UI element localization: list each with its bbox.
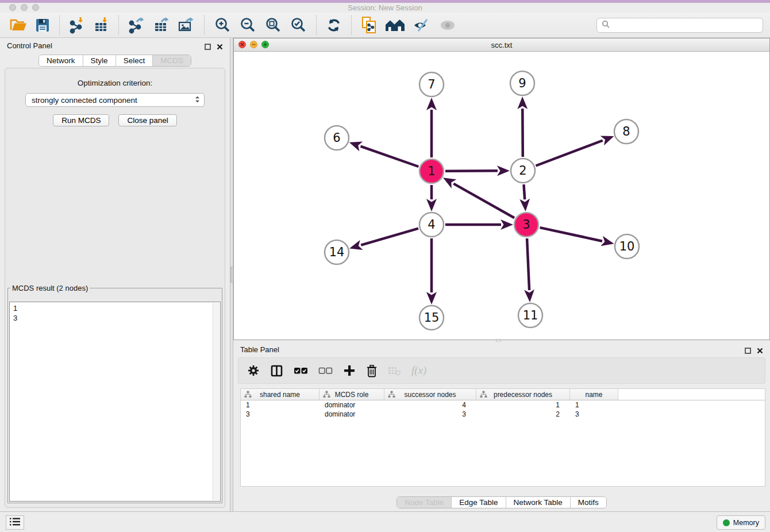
control-panel-tabs: NetworkStyleSelectMCDS	[38, 55, 191, 67]
column-header-shared-name[interactable]: shared name	[241, 389, 319, 400]
svg-text:2: 2	[519, 164, 526, 178]
task-history-button[interactable]	[6, 515, 24, 530]
apply-layout-icon[interactable]	[326, 17, 342, 33]
tab-node-table[interactable]: Node Table	[397, 497, 452, 508]
table-panel: Table Panel f(x) shared nameMCDS rolesuc…	[233, 342, 770, 511]
import-table-icon[interactable]	[93, 17, 109, 34]
graph-edge-1-2[interactable]	[445, 171, 498, 171]
deselect-all-icon[interactable]	[318, 366, 333, 376]
close-table-panel-icon[interactable]	[757, 346, 763, 356]
open-session-icon[interactable]	[10, 17, 27, 33]
graph-node-1[interactable]: 1	[419, 159, 444, 183]
close-window-button[interactable]	[9, 4, 16, 11]
column-header-predecessor-nodes[interactable]: predecessor nodes	[476, 389, 570, 400]
graph-node-8[interactable]: 8	[614, 119, 638, 144]
graph-node-9[interactable]: 9	[510, 71, 534, 95]
run-mcds-button[interactable]: Run MCDS	[53, 114, 109, 126]
graph-node-6[interactable]: 6	[325, 126, 349, 150]
column-header-name[interactable]: name	[570, 389, 618, 400]
graph-edge-4-14[interactable]	[361, 229, 418, 245]
add-row-icon[interactable]	[343, 364, 356, 377]
delete-row-icon[interactable]	[366, 364, 378, 377]
close-panel-icon[interactable]	[217, 42, 223, 52]
table-row[interactable]: 1dominator411	[241, 400, 765, 410]
toolbar-separator	[118, 16, 119, 35]
search-input[interactable]	[613, 20, 758, 30]
hide-details-icon[interactable]	[413, 18, 431, 33]
tab-mcds[interactable]: MCDS	[153, 55, 191, 66]
tab-style[interactable]: Style	[83, 55, 116, 66]
graph-edge-2-9[interactable]	[522, 109, 523, 157]
zoom-selected-icon[interactable]	[290, 17, 307, 34]
home-icon[interactable]	[385, 18, 405, 32]
search-box[interactable]	[596, 18, 763, 33]
graph-node-11[interactable]: 11	[518, 303, 542, 327]
settings-gear-icon[interactable]	[247, 364, 260, 377]
export-table-icon[interactable]	[153, 17, 170, 34]
select-all-icon[interactable]	[294, 366, 308, 376]
minimize-window-button[interactable]	[21, 4, 28, 11]
tab-select[interactable]: Select	[116, 55, 153, 66]
table-cell[interactable]: dominator	[319, 401, 384, 409]
close-panel-button[interactable]: Close panel	[118, 114, 176, 126]
criterion-dropdown-value: strongly connected component	[32, 96, 195, 105]
graph-edge-3-11[interactable]	[527, 238, 529, 290]
column-label: predecessor nodes	[494, 391, 552, 399]
result-scrollbar[interactable]	[213, 303, 220, 500]
graph-edge-3-10[interactable]	[540, 228, 603, 241]
tab-network-table[interactable]: Network Table	[506, 497, 571, 508]
table-cell[interactable]: dominator	[319, 410, 384, 418]
graph-edge-2-3[interactable]	[524, 184, 525, 199]
export-network-icon[interactable]	[128, 17, 145, 34]
graph-edge-1-6[interactable]	[361, 147, 419, 167]
graph-node-7[interactable]: 7	[419, 72, 444, 97]
tab-network[interactable]: Network	[39, 55, 83, 66]
column-header-successor-nodes[interactable]: successor nodes	[384, 389, 476, 400]
network-minimize-button[interactable]	[250, 41, 257, 48]
svg-text:3: 3	[522, 218, 530, 232]
save-session-icon[interactable]	[35, 18, 50, 33]
control-panel-title: Control Panel	[0, 41, 52, 50]
network-maximize-button[interactable]	[261, 41, 269, 48]
criterion-dropdown[interactable]: strongly connected component	[25, 93, 205, 107]
graph-node-4[interactable]: 4	[419, 213, 444, 237]
network-close-button[interactable]	[238, 41, 246, 48]
column-visibility-icon[interactable]	[270, 364, 283, 377]
table-cell[interactable]: 1	[476, 401, 570, 409]
table-row[interactable]: 3dominator323	[241, 410, 765, 419]
table-cell[interactable]: 1	[570, 401, 618, 409]
graph-node-2[interactable]: 2	[511, 159, 535, 183]
mcds-result-text: 13	[9, 302, 221, 502]
export-image-icon[interactable]	[178, 17, 195, 34]
clone-network-icon[interactable]	[361, 16, 377, 34]
graph-node-3[interactable]: 3	[514, 213, 538, 237]
column-header-MCDS-role[interactable]: MCDS role	[319, 389, 384, 400]
graph-edge-3-1[interactable]	[453, 184, 514, 218]
table-cell[interactable]: 3	[384, 410, 476, 418]
memory-button[interactable]: Memory	[717, 515, 765, 530]
svg-text:14: 14	[329, 245, 345, 259]
float-panel-icon[interactable]	[205, 42, 211, 52]
table-cell[interactable]: 3	[241, 410, 319, 418]
control-panel: Control Panel NetworkStyleSelectMCDS Opt…	[0, 38, 230, 511]
delete-table-icon	[388, 365, 401, 376]
tab-edge-table[interactable]: Edge Table	[452, 497, 506, 508]
zoom-in-icon[interactable]	[214, 17, 231, 34]
main-titlebar: Session: New Session	[0, 3, 770, 13]
tab-motifs[interactable]: Motifs	[571, 497, 606, 508]
network-canvas[interactable]: 7968124314101511	[234, 51, 769, 340]
zoom-window-button[interactable]	[32, 4, 39, 11]
table-cell[interactable]: 2	[476, 410, 570, 418]
float-table-panel-icon[interactable]	[745, 346, 751, 356]
graph-node-10[interactable]: 10	[615, 234, 639, 259]
zoom-fit-icon[interactable]	[264, 17, 282, 34]
graph-edge-2-8[interactable]	[536, 141, 603, 166]
table-cell[interactable]: 4	[384, 401, 476, 409]
table-cell[interactable]: 3	[570, 410, 618, 418]
zoom-out-icon[interactable]	[239, 17, 256, 34]
graph-node-14[interactable]: 14	[325, 240, 349, 264]
graph-node-15[interactable]: 15	[419, 306, 444, 330]
network-window-titlebar[interactable]: scc.txt	[234, 38, 769, 52]
table-cell[interactable]: 1	[241, 401, 319, 409]
import-network-icon[interactable]	[69, 17, 85, 34]
